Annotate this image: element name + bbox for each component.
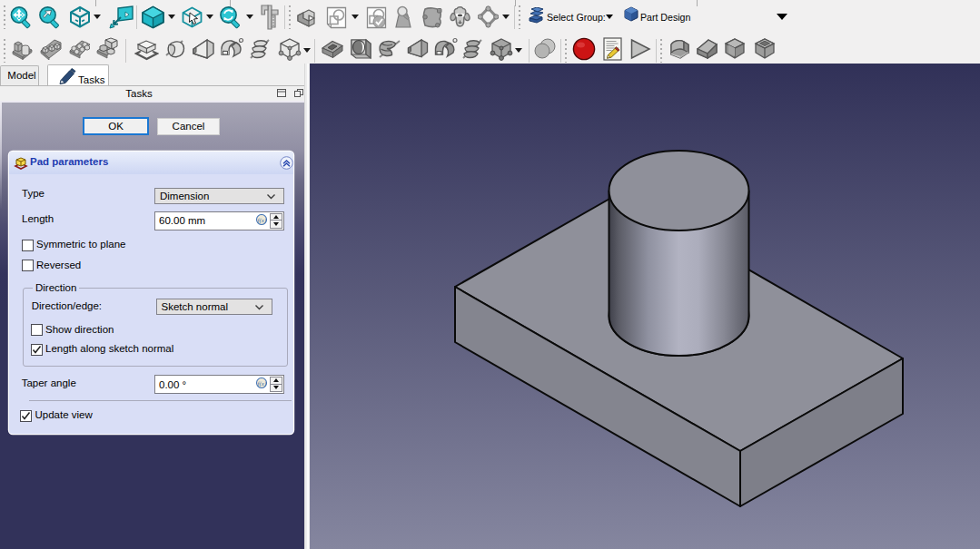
svg-text:f(x): f(x) [258, 216, 267, 223]
svg-text:f(x): f(x) [258, 380, 267, 387]
